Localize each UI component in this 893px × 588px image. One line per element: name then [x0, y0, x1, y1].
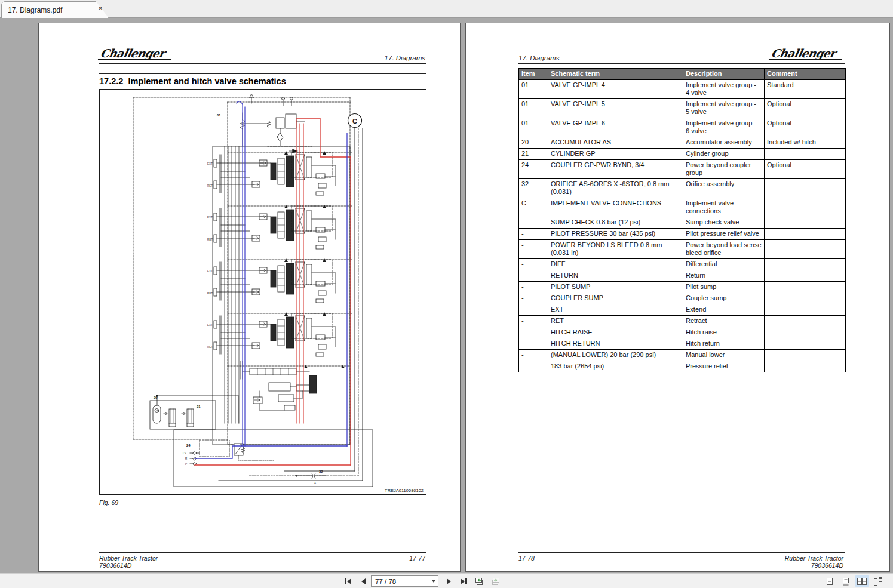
- table-cell: 01: [519, 80, 548, 99]
- single-page-layout-button[interactable]: [823, 575, 836, 587]
- table-cell: [765, 217, 846, 229]
- ext-label: EXT: [207, 162, 213, 165]
- table-cell: EXT: [548, 304, 683, 316]
- table-cell: -: [519, 293, 548, 304]
- next-page-button[interactable]: [442, 575, 455, 587]
- footer-page-number: 17-78: [518, 555, 535, 562]
- c-connection-label: C: [352, 118, 357, 125]
- table-cell: Coupler sump: [683, 293, 765, 304]
- table-cell: Hitch raise: [683, 327, 765, 338]
- table-cell: Hitch return: [683, 338, 765, 350]
- orifice-x-label: x: [314, 481, 316, 484]
- table-cell: PILOT PRESSURE 30 bar (435 psi): [548, 229, 683, 240]
- ret-label: RET: [207, 292, 213, 295]
- table-cell: Optional: [765, 160, 846, 179]
- previous-page-icon: [360, 577, 368, 586]
- table-cell: [765, 270, 846, 282]
- table-cell: 21: [519, 149, 548, 160]
- challenger-logo: Challenger: [99, 47, 173, 60]
- table-cell: RETURN: [548, 270, 683, 282]
- table-cell: Standard: [765, 80, 846, 99]
- forward-view-button[interactable]: [489, 575, 502, 587]
- table-cell: Implement valve group - 4 valve: [683, 80, 765, 99]
- port-ls-label: LS: [183, 452, 186, 455]
- back-view-button[interactable]: [472, 575, 486, 587]
- tab-bar: 17. Diagrams.pdf ×: [0, 0, 893, 18]
- table-cell: Included w/ hitch: [765, 137, 846, 149]
- chevron-down-icon[interactable]: [432, 580, 435, 583]
- table-cell: VALVE GP-IMPL 6: [548, 118, 683, 137]
- table-column-header: Comment: [765, 69, 846, 80]
- previous-page-button[interactable]: [357, 575, 370, 587]
- viewer-toolbar: 77 / 78: [0, 573, 893, 588]
- table-cell: -: [519, 282, 548, 293]
- table-row: -RETRetract: [519, 316, 846, 327]
- footer-page-number: 17-77: [409, 555, 425, 562]
- ext-label: EXT: [207, 216, 213, 219]
- port-p-label: P: [185, 463, 187, 466]
- table-row: -SUMP CHECK 0.8 bar (12 psi)Sump check v…: [519, 217, 846, 229]
- table-cell: [765, 240, 846, 259]
- ret-label: RET: [207, 238, 213, 241]
- table-cell: 24: [519, 160, 548, 179]
- table-cell: VALVE GP-IMPL 5: [548, 99, 683, 118]
- page-number-input[interactable]: 77 / 78: [371, 575, 438, 587]
- table-row: CIMPLEMENT VALVE CONNECTIONSImplement va…: [519, 198, 846, 217]
- table-cell: [765, 229, 846, 240]
- table-row: -183 bar (2654 psi)Pressure relief: [519, 361, 846, 372]
- item-32-label: 32: [319, 470, 323, 473]
- table-cell: COUPLER SUMP: [548, 293, 683, 304]
- table-column-header: Item: [519, 69, 548, 80]
- item-20-label: 20: [154, 396, 158, 399]
- close-icon[interactable]: ×: [96, 4, 105, 13]
- table-cell: [765, 293, 846, 304]
- table-cell: 20: [519, 137, 548, 149]
- table-cell: DIFF: [548, 259, 683, 270]
- table-column-header: Schematic term: [548, 69, 683, 80]
- challenger-logo: Challenger: [770, 47, 843, 60]
- table-cell: Power beyond coupler group: [683, 160, 765, 179]
- document-tab[interactable]: 17. Diagrams.pdf: [1, 1, 109, 18]
- ext-label: EXT: [207, 270, 213, 273]
- footer-right: Rubber Track Tractor 79036614D: [785, 555, 843, 569]
- figure-caption: Fig. 69: [99, 499, 118, 506]
- table-cell: SUMP CHECK 0.8 bar (12 psi): [548, 217, 683, 229]
- ext-label: EXT: [207, 324, 213, 327]
- section-title: Implement and hitch valve schematics: [128, 76, 286, 86]
- table-row: -POWER BEYOND LS BLEED 0.8 mm (0.031 in)…: [519, 240, 846, 259]
- table-cell: HITCH RETURN: [548, 338, 683, 350]
- facing-pages-layout-button[interactable]: [855, 575, 869, 587]
- section-number: 17.2.2: [99, 76, 123, 86]
- first-page-icon: [344, 577, 352, 586]
- table-row: 20ACCUMULATOR ASAccumulator assemblyIncl…: [519, 137, 846, 149]
- book-view-layout-button[interactable]: [871, 575, 885, 587]
- schematic-table-body: 01VALVE GP-IMPL 4Implement valve group -…: [519, 80, 846, 372]
- table-row: 01VALVE GP-IMPL 5Implement valve group -…: [519, 99, 846, 118]
- table-cell: Manual lower: [683, 350, 765, 361]
- table-row: -HITCH RAISEHitch raise: [519, 327, 846, 338]
- continuous-layout-button[interactable]: [839, 575, 852, 587]
- table-cell: [765, 338, 846, 350]
- table-cell: ACCUMULATOR AS: [548, 137, 683, 149]
- schematic-terms-table: ItemSchematic termDescriptionComment 01V…: [518, 68, 846, 372]
- hydraulic-schematic: C 01 20 21 24 32 x LS R P EXT RET EXT RE…: [99, 89, 426, 495]
- table-cell: Cylinder group: [683, 149, 765, 160]
- page-left: Challenger 17. Diagrams 17.2.2 Implement…: [38, 23, 461, 572]
- table-cell: [765, 282, 846, 293]
- table-row: -COUPLER SUMPCoupler sump: [519, 293, 846, 304]
- next-page-icon: [444, 577, 453, 586]
- first-page-button[interactable]: [342, 575, 355, 587]
- back-view-icon: [474, 577, 484, 586]
- table-cell: -: [519, 270, 548, 282]
- table-cell: -: [519, 240, 548, 259]
- last-page-button[interactable]: [457, 575, 470, 587]
- table-cell: -: [519, 316, 548, 327]
- table-row: -PILOT SUMPPilot sump: [519, 282, 846, 293]
- footer-rule: [518, 552, 845, 553]
- table-column-header: Description: [683, 69, 765, 80]
- book-view-layout-icon: [873, 577, 883, 586]
- table-row: 24COUPLER GP-PWR BYND, 3/4Power beyond c…: [519, 160, 846, 179]
- table-cell: COUPLER GP-PWR BYND, 3/4: [548, 160, 683, 179]
- table-cell: (MANUAL LOWER) 20 bar (290 psi): [548, 350, 683, 361]
- table-row: -HITCH RETURNHitch return: [519, 338, 846, 350]
